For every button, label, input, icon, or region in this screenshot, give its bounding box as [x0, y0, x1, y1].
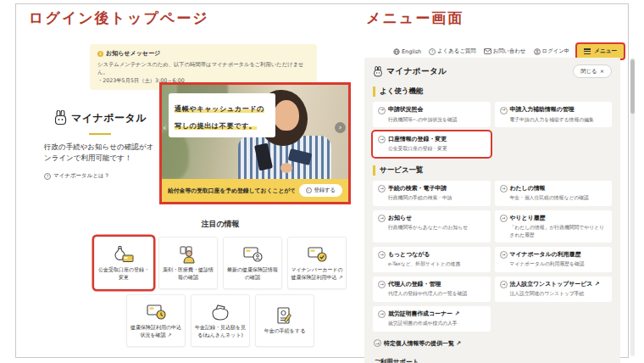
menu-item-title: 代理人の登録・管理	[388, 281, 441, 288]
screenshot-canvas: ログイン後トップページ i お知らせメッセージ システムメンテナンスのため、以下…	[0, 0, 644, 363]
tile-label: 年金の手続をする	[264, 327, 306, 334]
carousel-prev-icon[interactable]: ‹	[163, 122, 166, 133]
menu-item-title: 法人設立ワンストップサービス ↗	[510, 281, 600, 288]
menu-close-button[interactable]: 閉じる ×	[573, 64, 612, 78]
tile-insurance-card-apply[interactable]: マイナンバーカードの健康保険証利用申込 ↗	[287, 237, 347, 289]
circle-arrow-icon: →	[378, 281, 386, 288]
tile-label: 健康保険証利用の申込状況を確認 ↗	[130, 324, 182, 338]
tile-label: 薬剤・医療費・健診情報の確認	[162, 266, 214, 281]
menu-item-title: マイナポータルの利用履歴	[510, 251, 581, 259]
circle-arrow-icon: →	[378, 310, 386, 318]
brand-row[interactable]: マイナポータル	[44, 110, 156, 126]
notice-title-row: i お知らせメッセージ	[97, 49, 309, 58]
menu-item-title: 口座情報の登録・変更	[388, 136, 447, 143]
notice-body: システムメンテナンスのため、以下の時間帯はマイナポータルをご利用いただけません。	[97, 60, 309, 76]
right-annotation-title: メニュー画面	[366, 8, 464, 28]
menu-item-agent-management[interactable]: →代理人の登録・管理 代理人の登録や代理人の一覧を確認	[373, 276, 491, 302]
login-status[interactable]: ログイン中	[534, 47, 570, 55]
menu-item-desc: 年金・個人住民税の情報などの確認	[510, 194, 608, 201]
bank-account-banner[interactable]: 通帳やキャッシュカードの写しの提出は不要です。 ‹ › 給付金等の受取口座を予め…	[159, 82, 351, 204]
menu-item-desc: 電子申請の入力を補助する情報の編集	[510, 116, 608, 123]
menu-item-input-assist[interactable]: →申請入力補助情報の管理 電子申請の入力を補助する情報の編集	[495, 102, 613, 127]
about-mynaportal-link[interactable]: ? マイナポータルとは？	[44, 172, 156, 180]
specific-personal-info-label: 特定個人情報等の提供一覧 ↗	[384, 339, 461, 348]
login-top-page: ログイン後トップページ i お知らせメッセージ システムメンテナンスのため、以下…	[25, 7, 358, 349]
banner-photo: 通帳やキャッシュカードの写しの提出は不要です。 ‹ ›	[162, 85, 348, 181]
circle-arrow-icon: →	[500, 281, 508, 288]
menu-item-bank-account[interactable]: →口座情報の登録・変更 公金受取口座の登録・変更	[373, 131, 491, 157]
faq-link[interactable]: ? よくあるご質問	[429, 47, 475, 55]
brand-block: マイナポータル 行政の手続やお知らせの確認がオンラインで利用可能です！ ? マイ…	[44, 110, 156, 180]
circle-arrow-icon: →	[500, 215, 508, 222]
register-button[interactable]: ＋ 登録する	[299, 184, 342, 197]
specific-personal-info-link[interactable]: → 特定個人情報等の提供一覧 ↗	[374, 339, 612, 348]
tile-pension-procedure[interactable]: 年金の手続をする	[255, 294, 314, 347]
menu-item-desc: 代理人の登録や代理人の一覧を確認	[388, 290, 486, 297]
menu-item-title: 手続の検索・電子申請	[388, 185, 447, 193]
tile-medical-info[interactable]: 薬剤・医療費・健診情報の確認	[158, 237, 218, 289]
brand-name: マイナポータル	[71, 111, 147, 126]
tile-label: 年金記録・見込額を見る(ねんきんネット)	[194, 324, 247, 338]
plus-circle-icon: ＋	[306, 187, 312, 193]
photo-hand	[280, 163, 292, 173]
person-documents-icon	[177, 245, 199, 264]
globe-icon	[393, 48, 400, 55]
menu-item-more-connect[interactable]: →もっとつながる e-Taxなど、外部サイトとの連携	[373, 247, 491, 272]
pension-wallet-icon	[209, 303, 231, 321]
tile-label: 公金受取口座の登録・変更	[97, 266, 150, 281]
menu-button[interactable]: メニュー	[577, 44, 624, 59]
menu-item-notifications[interactable]: →お知らせ 行政機関等からあなたへのお知らせ	[373, 210, 491, 243]
banner-caption: 通帳やキャッシュカードの写しの提出は不要です。	[175, 104, 264, 130]
scrollbar-thumb[interactable]	[630, 59, 635, 114]
menu-item-application-status[interactable]: →申請状況照会 行政機関等への申請状況を確認	[373, 102, 491, 127]
moneybag-card-icon	[113, 245, 135, 264]
menu-item-procedure-search[interactable]: →手続の検索・電子申請 行政機関の手続の検索・申請	[373, 181, 491, 206]
document-pencil-icon	[274, 306, 296, 325]
hamburger-icon	[584, 47, 591, 55]
notice-title: お知らせメッセージ	[106, 49, 160, 58]
menu-item-title: 申請状況照会	[388, 106, 423, 114]
tile-pension-record[interactable]: 年金記録・見込額を見る(ねんきんネット)	[191, 294, 250, 347]
menu-item-desc: e-Taxなど、外部サイトとの連携	[388, 260, 486, 267]
tile-application-status[interactable]: 健康保険証利用の申込状況を確認 ↗	[126, 294, 186, 347]
contact-link[interactable]: お問い合わせ	[484, 47, 526, 55]
language-link[interactable]: English	[393, 48, 421, 55]
menu-item-my-info[interactable]: →わたしの情報 年金・個人住民税の情報などの確認	[495, 181, 613, 206]
menu-item-usage-history[interactable]: →マイナポータルの利用履歴 マイナポータルの利用履歴を確認	[495, 247, 613, 272]
frequent-grid: →申請状況照会 行政機関等への申請状況を確認 →申請入力補助情報の管理 電子申請…	[373, 102, 612, 157]
menu-item-desc: 就労証明書の作成や様式の入手	[388, 320, 486, 327]
faq-label: よくあるご質問	[437, 47, 475, 55]
menu-item-exchange-history[interactable]: →やりとり履歴 「わたしの情報」が行政機関間でやりとりされた履歴	[495, 210, 613, 243]
support-section-heading: ご利用サポート	[374, 358, 612, 363]
mail-icon	[484, 48, 491, 54]
tile-label: マイナンバーカードの健康保険証利用申込 ↗	[291, 266, 343, 281]
circle-arrow-icon: →	[378, 107, 386, 114]
brand-description: 行政の手続やお知らせの確認がオンラインで利用可能です！	[44, 142, 156, 164]
language-label: English	[402, 48, 421, 55]
menu-item-work-certificate[interactable]: →就労証明書作成コーナー ↗ 就労証明書の作成や様式の入手	[373, 306, 491, 332]
tile-label: 最新の健康保険証情報の確認	[226, 266, 279, 281]
tile-public-fund-account[interactable]: 公金受取口座の登録・変更	[94, 237, 153, 289]
about-link-label: マイナポータルとは？	[53, 172, 109, 180]
menu-item-title: お知らせ	[388, 215, 412, 222]
menu-item-desc: 行政機関の手続の検索・申請	[388, 194, 486, 201]
question-circle-icon: ?	[429, 48, 436, 55]
menu-scrollbar[interactable]	[630, 58, 635, 356]
circle-arrow-icon: →	[500, 107, 508, 114]
menu-item-desc: 行政機関等への申請状況を確認	[388, 116, 486, 123]
tile-row-2: 健康保険証利用の申込状況を確認 ↗ 年金記録・見込額を見る(ねんきんネット) 年…	[85, 294, 356, 347]
close-button-label: 閉じる	[580, 68, 597, 75]
menu-item-desc: 「わたしの情報」が行政機関間でやりとりされた履歴	[510, 224, 608, 238]
mynaportal-logo-icon	[53, 110, 68, 126]
menu-panel: マイナポータル 閉じる × よく使う機能 →申請状況照会 行政機関等への申請状況…	[364, 58, 620, 363]
banner-strip: 給付金等の受取口座を予め登録しておくことができ... ＋ 登録する	[162, 179, 348, 202]
carousel-next-icon[interactable]: ›	[335, 122, 346, 133]
question-icon: ?	[44, 173, 51, 180]
banner-caption-box: 通帳やキャッシュカードの写しの提出は不要です。	[169, 93, 275, 137]
tile-latest-insurance-card[interactable]: 最新の健康保険証情報の確認	[223, 237, 282, 289]
photo-person-face	[274, 100, 299, 131]
menu-item-corporate-onestop[interactable]: →法人設立ワンストップサービス ↗ 法人設立関連のワンストップ手続	[495, 276, 613, 302]
menu-item-desc: マイナポータルの利用履歴を確認	[510, 260, 608, 267]
menu-button-label: メニュー	[594, 47, 617, 55]
brand-divider	[89, 133, 111, 135]
